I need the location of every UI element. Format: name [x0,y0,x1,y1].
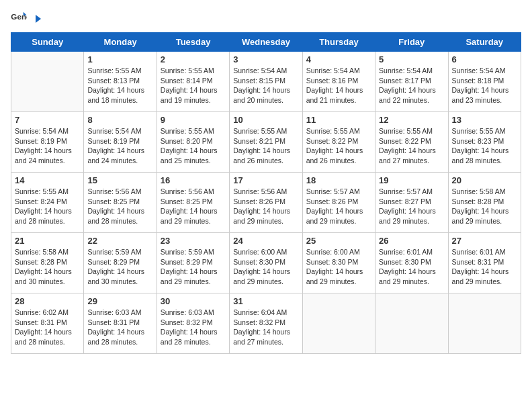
calendar-cell: 18Sunrise: 5:57 AM Sunset: 8:26 PM Dayli… [302,173,375,233]
day-number: 27 [452,236,517,246]
day-info: Sunrise: 5:55 AM Sunset: 8:22 PM Dayligh… [306,126,371,166]
week-row-4: 21Sunrise: 5:58 AM Sunset: 8:28 PM Dayli… [11,233,521,293]
day-number: 13 [452,115,517,125]
day-info: Sunrise: 6:01 AM Sunset: 8:31 PM Dayligh… [452,247,517,287]
day-number: 31 [233,296,298,306]
day-info: Sunrise: 5:54 AM Sunset: 8:16 PM Dayligh… [306,66,371,105]
day-number: 16 [161,175,226,185]
day-info: Sunrise: 6:00 AM Sunset: 8:30 PM Dayligh… [233,247,298,287]
logo-arrow-icon [29,14,41,24]
calendar-cell: 4Sunrise: 5:54 AM Sunset: 8:16 PM Daylig… [302,52,375,112]
week-row-5: 28Sunrise: 6:02 AM Sunset: 8:31 PM Dayli… [11,293,521,354]
calendar-cell: 25Sunrise: 6:00 AM Sunset: 8:30 PM Dayli… [302,233,375,293]
day-info: Sunrise: 5:57 AM Sunset: 8:27 PM Dayligh… [379,187,444,226]
calendar-cell: 31Sunrise: 6:04 AM Sunset: 8:32 PM Dayli… [230,293,302,354]
day-number: 25 [306,236,371,246]
day-info: Sunrise: 6:03 AM Sunset: 8:31 PM Dayligh… [87,308,152,347]
calendar-cell: 29Sunrise: 6:03 AM Sunset: 8:31 PM Dayli… [84,293,157,354]
day-info: Sunrise: 5:55 AM Sunset: 8:21 PM Dayligh… [233,126,298,166]
day-number: 8 [87,115,152,125]
day-info: Sunrise: 5:59 AM Sunset: 8:29 PM Dayligh… [87,247,152,287]
day-info: Sunrise: 5:55 AM Sunset: 8:24 PM Dayligh… [15,187,80,226]
calendar-cell: 21Sunrise: 5:58 AM Sunset: 8:28 PM Dayli… [11,233,84,293]
day-info: Sunrise: 5:58 AM Sunset: 8:28 PM Dayligh… [15,247,80,287]
calendar-cell: 16Sunrise: 5:56 AM Sunset: 8:25 PM Dayli… [157,173,229,233]
day-number: 17 [233,175,298,185]
day-number: 19 [379,175,444,185]
page-header: General [11,11,521,24]
day-number: 11 [306,115,371,125]
calendar-cell: 12Sunrise: 5:55 AM Sunset: 8:22 PM Dayli… [375,112,448,173]
day-number: 26 [379,236,444,246]
day-info: Sunrise: 5:54 AM Sunset: 8:18 PM Dayligh… [452,66,517,105]
day-number: 21 [15,236,80,246]
day-number: 6 [452,54,517,64]
calendar-cell: 7Sunrise: 5:54 AM Sunset: 8:19 PM Daylig… [11,112,84,173]
column-header-tuesday: Tuesday [157,33,229,52]
calendar-cell: 2Sunrise: 5:55 AM Sunset: 8:14 PM Daylig… [157,52,229,112]
column-header-friday: Friday [375,33,448,52]
column-header-sunday: Sunday [11,33,84,52]
day-info: Sunrise: 6:01 AM Sunset: 8:30 PM Dayligh… [379,247,444,287]
calendar-cell: 9Sunrise: 5:55 AM Sunset: 8:20 PM Daylig… [157,112,229,173]
week-row-3: 14Sunrise: 5:55 AM Sunset: 8:24 PM Dayli… [11,173,521,233]
logo: General [11,11,42,24]
day-number: 5 [379,54,444,64]
calendar-cell: 14Sunrise: 5:55 AM Sunset: 8:24 PM Dayli… [11,173,84,233]
day-number: 22 [87,236,152,246]
day-info: Sunrise: 5:55 AM Sunset: 8:14 PM Dayligh… [161,66,226,105]
day-info: Sunrise: 6:02 AM Sunset: 8:31 PM Dayligh… [15,308,80,347]
calendar-cell: 5Sunrise: 5:54 AM Sunset: 8:17 PM Daylig… [375,52,448,112]
calendar-cell: 24Sunrise: 6:00 AM Sunset: 8:30 PM Dayli… [230,233,302,293]
calendar-cell: 8Sunrise: 5:54 AM Sunset: 8:19 PM Daylig… [84,112,157,173]
calendar-cell: 13Sunrise: 5:55 AM Sunset: 8:23 PM Dayli… [448,112,521,173]
day-info: Sunrise: 5:54 AM Sunset: 8:19 PM Dayligh… [15,126,80,166]
day-number: 2 [161,54,226,64]
day-number: 18 [306,175,371,185]
week-row-1: 1Sunrise: 5:55 AM Sunset: 8:13 PM Daylig… [11,52,521,112]
calendar-cell: 23Sunrise: 5:59 AM Sunset: 8:29 PM Dayli… [157,233,229,293]
day-info: Sunrise: 5:54 AM Sunset: 8:17 PM Dayligh… [379,66,444,105]
day-number: 9 [161,115,226,125]
calendar-cell: 17Sunrise: 5:56 AM Sunset: 8:26 PM Dayli… [230,173,302,233]
day-number: 28 [15,296,80,306]
day-info: Sunrise: 5:58 AM Sunset: 8:28 PM Dayligh… [452,187,517,226]
day-info: Sunrise: 5:55 AM Sunset: 8:13 PM Dayligh… [87,66,152,105]
day-number: 24 [233,236,298,246]
calendar-cell [11,52,84,112]
calendar-cell: 1Sunrise: 5:55 AM Sunset: 8:13 PM Daylig… [84,52,157,112]
calendar-cell: 10Sunrise: 5:55 AM Sunset: 8:21 PM Dayli… [230,112,302,173]
day-number: 12 [379,115,444,125]
calendar-cell [302,293,375,354]
calendar-cell: 15Sunrise: 5:56 AM Sunset: 8:25 PM Dayli… [84,173,157,233]
calendar-cell: 11Sunrise: 5:55 AM Sunset: 8:22 PM Dayli… [302,112,375,173]
day-number: 10 [233,115,298,125]
column-header-saturday: Saturday [448,33,521,52]
calendar-cell: 6Sunrise: 5:54 AM Sunset: 8:18 PM Daylig… [448,52,521,112]
calendar-cell: 19Sunrise: 5:57 AM Sunset: 8:27 PM Dayli… [375,173,448,233]
column-header-monday: Monday [84,33,157,52]
calendar-cell: 30Sunrise: 6:03 AM Sunset: 8:32 PM Dayli… [157,293,229,354]
calendar-cell [448,293,521,354]
day-info: Sunrise: 5:54 AM Sunset: 8:15 PM Dayligh… [233,66,298,105]
day-info: Sunrise: 5:59 AM Sunset: 8:29 PM Dayligh… [161,247,226,287]
day-info: Sunrise: 5:56 AM Sunset: 8:25 PM Dayligh… [161,187,226,226]
day-info: Sunrise: 6:03 AM Sunset: 8:32 PM Dayligh… [161,308,226,347]
calendar-cell: 22Sunrise: 5:59 AM Sunset: 8:29 PM Dayli… [84,233,157,293]
column-header-thursday: Thursday [302,33,375,52]
calendar-cell: 3Sunrise: 5:54 AM Sunset: 8:15 PM Daylig… [230,52,302,112]
day-info: Sunrise: 6:00 AM Sunset: 8:30 PM Dayligh… [306,247,371,287]
day-info: Sunrise: 5:56 AM Sunset: 8:25 PM Dayligh… [87,187,152,226]
svg-marker-2 [36,15,41,23]
day-info: Sunrise: 6:04 AM Sunset: 8:32 PM Dayligh… [233,308,298,347]
day-number: 3 [233,54,298,64]
calendar-table: SundayMondayTuesdayWednesdayThursdayFrid… [11,32,521,354]
calendar-cell: 28Sunrise: 6:02 AM Sunset: 8:31 PM Dayli… [11,293,84,354]
day-number: 14 [15,175,80,185]
day-number: 29 [87,296,152,306]
day-number: 23 [161,236,226,246]
week-row-2: 7Sunrise: 5:54 AM Sunset: 8:19 PM Daylig… [11,112,521,173]
calendar-cell: 20Sunrise: 5:58 AM Sunset: 8:28 PM Dayli… [448,173,521,233]
day-number: 15 [87,175,152,185]
column-header-wednesday: Wednesday [230,33,302,52]
